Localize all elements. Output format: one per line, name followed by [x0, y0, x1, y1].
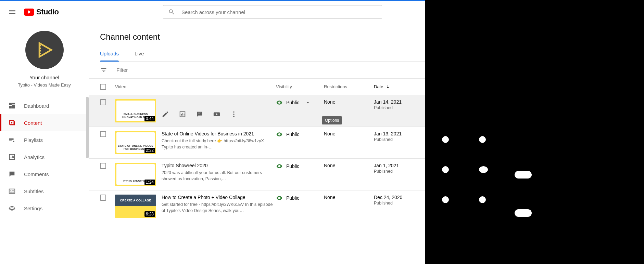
video-thumbnail[interactable]: STATE OF ONLINE VIDEOS FOR BUSINESS IN 2… [115, 131, 156, 154]
date-cell: Jan 14, 2021 Published [374, 99, 402, 110]
sidebar: Your channel Typito - Videos Made Easy D… [0, 23, 89, 264]
nav-label: Content [24, 120, 42, 126]
search-input[interactable] [181, 9, 377, 15]
row-checkbox[interactable] [100, 163, 106, 169]
sidebar-item-analytics[interactable]: Analytics [0, 148, 89, 166]
eye-icon [276, 163, 283, 170]
visibility-label: Public [286, 132, 299, 137]
svg-point-0 [233, 111, 235, 113]
col-visibility: Visibility [276, 84, 324, 89]
visibility-cell: Public [276, 131, 324, 138]
scrollbar-thumb[interactable] [86, 97, 89, 158]
video-thumbnail[interactable]: TYPITO SHOWREEL 1:24 [115, 163, 156, 186]
video-description: 2020 was a difficult year for us all. Bu… [162, 170, 276, 182]
hamburger-icon [8, 8, 16, 16]
options-tooltip: Options [322, 116, 342, 124]
channel-info: Your channel Typito - Videos Made Easy [0, 23, 89, 94]
video-title: How to Create a Photo + Video Collage [162, 195, 276, 200]
channel-title: Your channel [29, 75, 59, 80]
restrictions-cell: None [324, 99, 374, 105]
visibility-cell[interactable]: Public [276, 99, 324, 106]
video-thumbnail[interactable]: CREATE A COLLAGE 6:28 [115, 195, 156, 218]
sort-desc-icon [385, 84, 391, 90]
channel-avatar[interactable] [25, 31, 64, 69]
row-checkbox[interactable] [100, 99, 106, 105]
channel-subtitle: Typito - Videos Made Easy [18, 82, 71, 88]
search-bar[interactable] [163, 5, 382, 19]
search-icon [168, 8, 175, 16]
video-description: Check out the full study here 👉 https://… [162, 138, 276, 150]
sidebar-item-comments[interactable]: Comments [0, 166, 89, 183]
visibility-label: Public [286, 100, 299, 105]
sidebar-item-subtitles[interactable]: Subtitles [0, 183, 89, 200]
nav-label: Comments [24, 171, 49, 177]
tab-live[interactable]: Live [135, 51, 144, 61]
visibility-cell: Public [276, 163, 324, 170]
video-title: Typito Showreel 2020 [162, 163, 276, 168]
video-duration: 0:44 [144, 116, 155, 121]
video-duration: 2:32 [144, 148, 155, 153]
visibility-label: Public [286, 195, 299, 201]
content-icon [8, 119, 16, 127]
eye-icon [276, 195, 283, 201]
comments-icon [8, 170, 16, 178]
logo-text: Studio [36, 8, 59, 16]
video-thumbnail[interactable]: SMALL BUSINESS INNOVATING IN DIRE 0:44 [115, 99, 156, 122]
more-vert-icon[interactable] [230, 110, 238, 118]
analytics-icon [8, 153, 16, 161]
obscured-right-panel [425, 0, 644, 264]
nav-label: Dashboard [24, 103, 49, 109]
comments-icon[interactable] [196, 110, 203, 118]
select-all-checkbox[interactable] [100, 84, 106, 90]
filter-icon[interactable] [100, 66, 108, 74]
youtube-play-icon [24, 9, 34, 16]
subtitles-icon [8, 187, 16, 195]
sidebar-item-playlists[interactable]: Playlists [0, 131, 89, 148]
sidebar-item-dashboard[interactable]: Dashboard [0, 97, 89, 114]
tab-uploads[interactable]: Uploads [100, 51, 119, 61]
video-title: State of Online Videos for Business in 2… [162, 131, 276, 136]
date-cell: Dec 24, 2020 Published [374, 195, 402, 206]
svg-point-1 [233, 114, 235, 115]
col-restrictions: Restrictions [324, 84, 374, 89]
video-description: Get started for free - https://bit.ly/2W… [162, 201, 276, 214]
row-checkbox[interactable] [100, 131, 106, 137]
visibility-cell: Public [276, 195, 324, 201]
restrictions-cell: None [324, 163, 374, 168]
visibility-label: Public [286, 163, 299, 169]
col-date-sort[interactable]: Date [374, 84, 422, 90]
sidebar-item-settings[interactable]: Settings [0, 200, 89, 217]
chevron-down-icon [305, 100, 311, 106]
sidebar-nav: DashboardContentPlaylistsAnalyticsCommen… [0, 97, 89, 217]
nav-label: Analytics [24, 154, 45, 160]
youtube-icon[interactable] [213, 110, 220, 118]
svg-point-2 [233, 116, 235, 117]
settings-icon [8, 204, 16, 212]
hamburger-menu-button[interactable] [5, 5, 19, 19]
filter-input[interactable] [116, 67, 219, 73]
edit-icon[interactable] [162, 110, 169, 118]
row-hover-actions [162, 99, 238, 122]
youtube-studio-logo[interactable]: Studio [24, 8, 59, 16]
col-date-label: Date [374, 84, 383, 89]
row-checkbox[interactable] [100, 195, 106, 201]
restrictions-cell: None [324, 195, 374, 200]
analytics-icon[interactable] [179, 110, 186, 118]
col-video: Video [115, 84, 276, 89]
play-frames-icon [34, 40, 55, 60]
sidebar-item-content[interactable]: Content [0, 114, 89, 131]
restrictions-cell: None [324, 131, 374, 136]
playlists-icon [8, 136, 16, 144]
dashboard-icon [8, 102, 16, 109]
video-duration: 1:24 [144, 180, 155, 185]
video-duration: 6:28 [144, 211, 155, 217]
nav-label: Settings [24, 206, 42, 211]
nav-label: Subtitles [24, 188, 44, 194]
nav-label: Playlists [24, 137, 43, 143]
date-cell: Jan 13, 2021 Published [374, 131, 402, 142]
eye-icon [276, 131, 283, 138]
date-cell: Jan 1, 2021 Published [374, 163, 399, 174]
eye-icon [276, 99, 283, 106]
